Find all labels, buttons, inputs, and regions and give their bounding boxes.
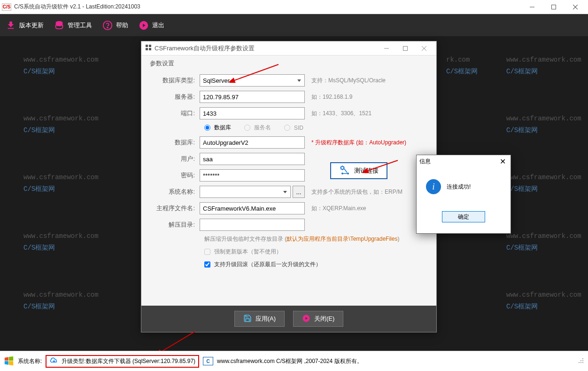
toolbar-label: 版本更新 xyxy=(19,21,44,30)
svg-point-26 xyxy=(579,362,580,363)
msgbox-title: 信息 xyxy=(419,158,431,166)
dialog-minimize-button[interactable] xyxy=(377,42,396,55)
radio-database[interactable]: 数据库 xyxy=(204,124,231,132)
database-hint: * 升级程序数据库 (如：AutoUpgrader) xyxy=(311,139,406,147)
main-toolbar: 版本更新 管理工具 帮助 退出 xyxy=(0,14,588,36)
db-type-hint: 支持：MsSQL/MySQL/Oracle xyxy=(311,77,386,85)
test-connection-button[interactable]: 测试连接 xyxy=(330,162,387,179)
statusbar: 系统名称: 升级类型:数据库文件下载器 (SqlServer:120.79.85… xyxy=(0,351,588,371)
status-system-label: 系统名称: xyxy=(18,357,42,365)
msgbox-message: 连接成功! xyxy=(447,183,471,191)
user-label: 用户: xyxy=(150,155,200,163)
exit-button[interactable]: 退出 xyxy=(139,20,164,31)
force-update-checkbox[interactable]: 强制更新版本（暂不使用） xyxy=(204,248,428,256)
extract-dir-input[interactable] xyxy=(200,219,305,231)
download-icon xyxy=(6,20,16,31)
info-icon: i xyxy=(426,179,441,194)
svg-point-24 xyxy=(580,360,581,361)
port-label: 端口: xyxy=(150,109,200,118)
dialog-icon xyxy=(145,44,152,52)
close-dialog-button[interactable]: 关闭(E) xyxy=(293,311,343,327)
server-hint: 如：192.168.1.9 xyxy=(311,93,352,101)
windows-icon xyxy=(4,356,14,366)
main-exe-input[interactable] xyxy=(200,202,305,214)
system-name-select[interactable] xyxy=(200,186,291,198)
toolbar-label: 管理工具 xyxy=(68,21,92,30)
csframework-icon: C xyxy=(203,357,213,365)
close-button[interactable] xyxy=(565,0,586,14)
dialog-maximize-button[interactable] xyxy=(396,42,415,55)
status-upgrade-text: 升级类型:数据库文件下载器 (SqlServer:120.79.85.97) xyxy=(62,357,195,365)
help-icon xyxy=(102,20,113,31)
extract-note: 解压缩升级包临时文件存放目录 (默认为应用程序当前目录\TempUpgradeF… xyxy=(204,235,428,243)
maximize-button[interactable] xyxy=(543,0,565,14)
msgbox-close-button[interactable]: ✕ xyxy=(498,157,508,166)
password-input[interactable] xyxy=(200,169,305,182)
save-icon xyxy=(243,314,252,324)
svg-point-23 xyxy=(582,358,583,359)
apply-button[interactable]: 应用(A) xyxy=(234,311,285,327)
svg-rect-13 xyxy=(403,46,408,50)
svg-rect-10 xyxy=(146,48,148,50)
extract-dir-label: 解压目录: xyxy=(150,221,200,229)
svg-point-6 xyxy=(107,27,108,28)
svg-rect-9 xyxy=(149,45,151,47)
port-input[interactable] xyxy=(200,107,305,119)
settings-dialog: CSFramework自动升级程序参数设置 参数设置 数据库类型: SqlSer… xyxy=(141,41,437,332)
window-titlebar: C/S C/S系统自动升级软件 v2.1 - LastEdition:20241… xyxy=(0,0,588,14)
db-type-select[interactable]: SqlServer xyxy=(200,74,305,87)
radio-servicename[interactable]: 服务名 xyxy=(244,124,271,132)
status-upgrade-box: 升级类型:数据库文件下载器 (SqlServer:120.79.85.97) xyxy=(46,355,199,368)
radio-sid[interactable]: SID xyxy=(284,125,303,131)
msgbox-ok-button[interactable]: 确定 xyxy=(442,211,485,222)
gear-network-icon xyxy=(339,165,350,177)
server-input[interactable] xyxy=(200,91,305,103)
cloud-download-icon xyxy=(49,357,59,366)
dialog-close-button[interactable] xyxy=(415,42,433,55)
password-label: 密码: xyxy=(150,171,200,180)
status-copyright: www.csframework.com C/S框架网 ,2007-2024 版权… xyxy=(217,357,362,365)
svg-rect-1 xyxy=(552,5,556,9)
message-dialog: 信息 ✕ i 连接成功! 确定 xyxy=(416,155,511,234)
system-name-label: 系统名称: xyxy=(150,188,200,196)
svg-point-28 xyxy=(582,362,583,363)
exit-icon xyxy=(139,20,149,31)
dialog-titlebar[interactable]: CSFramework自动升级程序参数设置 xyxy=(141,41,436,55)
tools-button[interactable]: 管理工具 xyxy=(54,20,92,31)
help-button[interactable]: 帮助 xyxy=(102,20,128,31)
svg-point-25 xyxy=(582,360,583,361)
resize-grip[interactable] xyxy=(578,357,584,365)
main-exe-hint: 如：XQERP.Main.exe xyxy=(311,205,366,213)
port-hint: 如：1433、3306、1521 xyxy=(311,110,371,118)
svg-point-18 xyxy=(347,173,349,174)
close-icon xyxy=(302,314,310,324)
toolbar-label: 帮助 xyxy=(116,21,128,30)
app-icon: C/S xyxy=(2,3,11,11)
server-label: 服务器: xyxy=(150,93,200,101)
svg-rect-8 xyxy=(146,45,148,47)
user-input[interactable] xyxy=(200,153,305,165)
svg-point-17 xyxy=(341,173,343,174)
database-label: 数据库: xyxy=(150,138,200,147)
database-icon xyxy=(54,20,64,31)
database-input[interactable] xyxy=(200,136,305,149)
main-exe-label: 主程序文件名: xyxy=(150,204,200,213)
section-heading: 参数设置 xyxy=(150,59,428,68)
system-name-browse-button[interactable]: ... xyxy=(293,186,305,198)
window-title: C/S系统自动升级软件 v2.1 - LastEdition:20241003 xyxy=(14,3,140,11)
system-name-hint: 支持多个系统的升级包，如：ERP/M xyxy=(311,188,402,196)
minimize-button[interactable] xyxy=(521,0,543,14)
support-rollback-checkbox[interactable]: 支持升级回滚（还原最后一次升级的文件） xyxy=(204,260,428,268)
version-update-button[interactable]: 版本更新 xyxy=(6,20,44,31)
dialog-title: CSFramework自动升级程序参数设置 xyxy=(155,44,255,53)
svg-point-27 xyxy=(580,362,581,363)
svg-rect-11 xyxy=(149,48,151,50)
db-type-label: 数据库类型: xyxy=(150,76,200,85)
toolbar-label: 退出 xyxy=(152,21,164,30)
dialog-footer: 应用(A) 关闭(E) xyxy=(141,306,436,332)
